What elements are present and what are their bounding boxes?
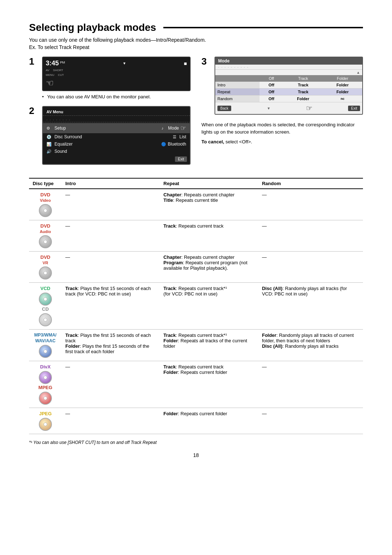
left-steps: 1 3:45 PM ▼ ■ AVSHORT MENUC <box>29 57 191 171</box>
mode-row-random: Random Off Folder nc <box>215 95 362 102</box>
jpeg-random: — <box>258 408 363 434</box>
cd-disc-icon <box>39 313 52 326</box>
screen-time: 3:45 PM <box>46 60 65 67</box>
col-header-random: Random <box>258 178 363 189</box>
wav-aac-label: WAV/AAC <box>35 338 56 343</box>
disc-surround-icon: 💿 <box>46 135 52 139</box>
intro-text-1: You can use only one of the following pl… <box>29 37 363 43</box>
av-menu-title: AV Menu <box>43 109 190 116</box>
dvd-audio-intro: — <box>62 220 160 252</box>
dvd-video-repeat: Chapter: Repeats current chapter Title: … <box>160 189 258 220</box>
mode-screen-footer: Back ▼ ☞ Exit <box>215 102 362 114</box>
sound-label: Sound <box>54 149 67 154</box>
mode-label: Mode <box>168 126 179 131</box>
mode-screen-dots: - - - - - - - - - - <box>215 65 362 70</box>
bluetooth-label: Bluetooth <box>168 142 186 147</box>
step-3: 3 Mode - - - - - - - - - - ▲ Off Track <box>201 57 363 115</box>
av-menu-footer: Exit <box>43 155 190 162</box>
mp3-label: MP3/WMA/ <box>34 332 56 338</box>
divx-mpeg-random: — <box>258 361 363 408</box>
screen-labels: AVSHORT <box>46 69 187 72</box>
page-title: Selecting playback modes <box>29 22 363 33</box>
mode-table: Off Track Folder Intro Off Track Folder <box>215 75 362 102</box>
dvd-video-intro: — <box>62 189 160 220</box>
divx-mpeg-repeat: Track: Repeats current track Folder: Rep… <box>160 361 258 408</box>
dvd-vr-repeat: Chapter: Repeats current chapter Program… <box>160 252 258 283</box>
hand-cursor-step3: ☞ <box>306 104 313 113</box>
av-menu-item-sound[interactable]: 🔊 Sound <box>43 148 190 155</box>
table-row-mp3: MP3/WMA/ WAV/AAC Track: Plays the first … <box>29 330 363 361</box>
divx-label: DivX <box>40 364 51 370</box>
cancel-text: To cancel, select <Off>. <box>201 139 363 144</box>
dvd-video-disc-icon <box>39 204 52 217</box>
mode-screen-header: Mode <box>215 57 362 65</box>
table-row-dvd-audio: DVD Audio — Track: Repeats current track… <box>29 220 363 252</box>
step-3-number: 3 <box>201 57 209 115</box>
av-menu-item-disc-surround[interactable]: 💿 Disc Surround ☰ List <box>43 133 190 140</box>
equalizer-label: Equalizer <box>54 142 73 147</box>
screen-labels-2: MENUCUT <box>46 73 187 77</box>
dvd-audio-disc-icon <box>39 235 52 248</box>
jpeg-repeat: Folder: Repeats current folder <box>160 408 258 434</box>
divx-disc-icon <box>39 371 52 384</box>
table-row-vcd-cd: VCD CD Track: Plays the first 15 seconds… <box>29 283 363 330</box>
dvd-audio-label: DVD <box>40 223 50 229</box>
table-row-dvd-vr: DVD VR — Chapter: Repeats current chapte… <box>29 252 363 283</box>
vcd-cd-intro: Track: Plays the first 15 seconds of eac… <box>62 283 160 330</box>
hand-cursor-step1: ☞ <box>46 78 54 88</box>
av-menu-item-equalizer[interactable]: 📊 Equalizer 🔵 Bluetooth <box>43 140 190 148</box>
dvd-vr-intro: — <box>62 252 160 283</box>
dvd-vr-disc-icon <box>39 266 52 279</box>
disc-surround-label: Disc Surround <box>54 134 82 139</box>
mp3-intro: Track: Plays the first 15 seconds of eac… <box>62 330 160 361</box>
jpeg-intro: — <box>62 408 160 434</box>
exit-button[interactable]: Exit <box>175 156 187 162</box>
disc-cell-dvd-video: DVD Video <box>29 189 62 220</box>
main-table: Disc type Intro Repeat Random DVD Video … <box>29 178 363 434</box>
step1-bullet: You can also use AV MENU on the monitor … <box>42 94 191 99</box>
description-text: When one of the playback modes is select… <box>201 121 363 135</box>
disc-cell-jpeg: JPEG <box>29 408 62 434</box>
mode-row-intro: Intro Off Track Folder <box>215 82 362 89</box>
vcd-disc-icon <box>39 293 52 306</box>
divx-mpeg-intro: — <box>62 361 160 408</box>
mp3-random: Folder: Randomly plays all tracks of cur… <box>258 330 363 361</box>
col-header-disc: Disc type <box>29 178 62 189</box>
mpeg-disc-icon <box>39 392 52 405</box>
av-menu-screen: AV Menu - - - - - - - - ⚙ Setup ♪ Mode ☞… <box>42 106 191 165</box>
step-2-number: 2 <box>29 106 37 165</box>
step-1: 1 3:45 PM ▼ ■ AVSHORT MENUC <box>29 57 191 99</box>
step-3-content: Mode - - - - - - - - - - ▲ Off Track Fol… <box>215 57 363 115</box>
jpeg-disc-icon <box>39 418 52 431</box>
step-2: 2 AV Menu - - - - - - - - ⚙ Setup ♪ Mode… <box>29 106 191 165</box>
av-menu-item-setup[interactable]: ⚙ Setup ♪ Mode ☞ <box>43 123 190 133</box>
step-1-number: 1 <box>29 57 37 99</box>
disc-cell-divx-mpeg: DivX MPEG <box>29 361 62 408</box>
disc-cell-vcd-cd: VCD CD <box>29 283 62 330</box>
setup-label: Setup <box>54 126 66 131</box>
list-label: List <box>179 134 186 139</box>
dvd-audio-repeat: Track: Repeats current track <box>160 220 258 252</box>
mode-icon: ♪ <box>162 126 167 130</box>
table-row-jpeg: JPEG — Folder: Repeats current folder — <box>29 408 363 434</box>
list-icon: ☰ <box>173 135 178 139</box>
hand-cursor-step2: ☞ <box>180 124 186 132</box>
mode-row-repeat: Repeat Off Track Folder <box>215 89 362 95</box>
jpeg-label: JPEG <box>39 411 52 416</box>
disc-cell-mp3: MP3/WMA/ WAV/AAC <box>29 330 62 361</box>
back-button[interactable]: Back <box>217 106 231 111</box>
step-1-content: 3:45 PM ▼ ■ AVSHORT MENUCUT ☞ <box>42 57 191 99</box>
table-row-divx-mpeg: DivX MPEG — Track: Repeats current track… <box>29 361 363 408</box>
setup-icon: ⚙ <box>46 126 52 131</box>
table-row-dvd-video: DVD Video — Chapter: Repeats current cha… <box>29 189 363 220</box>
mp3-disc-icon <box>39 345 52 358</box>
vcd-cd-random: Disc (All): Randomly plays all tracks (f… <box>258 283 363 330</box>
dvd-vr-label: DVD <box>40 254 50 260</box>
step-2-content: AV Menu - - - - - - - - ⚙ Setup ♪ Mode ☞… <box>42 106 191 165</box>
col-header-repeat: Repeat <box>160 178 258 189</box>
mp3-repeat: Track: Repeats current track*¹ Folder: R… <box>160 330 258 361</box>
dvd-vr-random: — <box>258 252 363 283</box>
steps-container: 1 3:45 PM ▼ ■ AVSHORT MENUC <box>29 57 363 171</box>
vcd-label: VCD <box>40 286 50 291</box>
mode-exit-button[interactable]: Exit <box>348 106 360 111</box>
